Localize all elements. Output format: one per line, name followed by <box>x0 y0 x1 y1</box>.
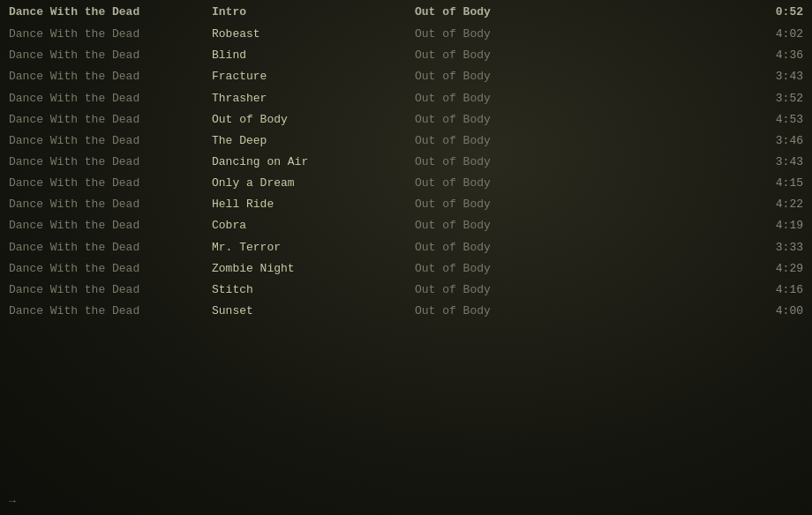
track-artist: Dance With the Dead <box>9 196 212 213</box>
track-title: Sunset <box>212 302 415 320</box>
track-duration: 4:29 <box>618 260 803 278</box>
track-title: Thrasher <box>212 90 415 108</box>
track-title: Cobra <box>212 217 415 235</box>
track-artist: Dance With the Dead <box>9 68 212 86</box>
track-list-header: Dance With the Dead Intro Out of Body 0:… <box>0 0 812 24</box>
table-row[interactable]: Dance With the DeadThe DeepOut of Body3:… <box>0 131 812 152</box>
track-list: Dance With the Dead Intro Out of Body 0:… <box>0 0 812 322</box>
table-row[interactable]: Dance With the DeadRobeastOut of Body4:0… <box>0 24 812 45</box>
track-album: Out of Body <box>415 111 618 129</box>
track-duration: 4:22 <box>618 196 803 213</box>
track-artist: Dance With the Dead <box>9 153 212 171</box>
table-row[interactable]: Dance With the DeadOnly a DreamOut of Bo… <box>0 173 812 194</box>
track-duration: 3:43 <box>618 68 803 86</box>
track-title: Fracture <box>212 68 415 86</box>
track-artist: Dance With the Dead <box>9 132 212 150</box>
track-album: Out of Body <box>415 68 618 86</box>
track-album: Out of Body <box>415 47 618 64</box>
track-duration: 4:16 <box>618 281 803 299</box>
table-row[interactable]: Dance With the DeadSunsetOut of Body4:00 <box>0 301 812 322</box>
table-row[interactable]: Dance With the DeadDancing on AirOut of … <box>0 152 812 173</box>
track-album: Out of Body <box>415 217 618 235</box>
table-row[interactable]: Dance With the DeadHell RideOut of Body4… <box>0 194 812 215</box>
track-duration: 3:52 <box>618 90 803 108</box>
track-duration: 4:02 <box>618 26 803 43</box>
track-duration: 4:00 <box>618 302 803 320</box>
track-artist: Dance With the Dead <box>9 302 212 320</box>
header-artist: Dance With the Dead <box>9 4 212 21</box>
table-row[interactable]: Dance With the DeadCobraOut of Body4:19 <box>0 215 812 236</box>
track-title: Blind <box>212 47 415 64</box>
track-album: Out of Body <box>415 26 618 43</box>
track-artist: Dance With the Dead <box>9 239 212 257</box>
track-album: Out of Body <box>415 260 618 278</box>
track-artist: Dance With the Dead <box>9 26 212 43</box>
table-row[interactable]: Dance With the DeadMr. TerrorOut of Body… <box>0 237 812 258</box>
track-title: Hell Ride <box>212 196 415 213</box>
track-album: Out of Body <box>415 132 618 150</box>
track-artist: Dance With the Dead <box>9 111 212 129</box>
track-title: Zombie Night <box>212 260 415 278</box>
track-artist: Dance With the Dead <box>9 217 212 235</box>
table-row[interactable]: Dance With the DeadStitchOut of Body4:16 <box>0 280 812 301</box>
track-duration: 4:36 <box>618 47 803 64</box>
track-album: Out of Body <box>415 302 618 320</box>
track-artist: Dance With the Dead <box>9 281 212 299</box>
track-duration: 3:33 <box>618 239 803 257</box>
bottom-arrow-indicator: → <box>9 495 16 508</box>
table-row[interactable]: Dance With the DeadThrasherOut of Body3:… <box>0 88 812 109</box>
track-duration: 3:43 <box>618 153 803 171</box>
track-duration: 4:15 <box>618 175 803 192</box>
track-artist: Dance With the Dead <box>9 47 212 64</box>
track-title: Mr. Terror <box>212 239 415 257</box>
table-row[interactable]: Dance With the DeadZombie NightOut of Bo… <box>0 258 812 280</box>
header-title: Intro <box>212 4 415 21</box>
table-row[interactable]: Dance With the DeadFractureOut of Body3:… <box>0 66 812 87</box>
track-album: Out of Body <box>415 239 618 257</box>
track-album: Out of Body <box>415 281 618 299</box>
header-album: Out of Body <box>415 4 618 21</box>
track-title: Dancing on Air <box>212 153 415 171</box>
track-artist: Dance With the Dead <box>9 175 212 192</box>
track-title: Stitch <box>212 281 415 299</box>
table-row[interactable]: Dance With the DeadOut of BodyOut of Bod… <box>0 109 812 131</box>
track-title: Out of Body <box>212 111 415 129</box>
track-title: The Deep <box>212 132 415 150</box>
track-duration: 3:46 <box>618 132 803 150</box>
table-row[interactable]: Dance With the DeadBlindOut of Body4:36 <box>0 45 812 66</box>
track-album: Out of Body <box>415 90 618 108</box>
header-duration: 0:52 <box>618 4 803 21</box>
track-duration: 4:53 <box>618 111 803 129</box>
track-album: Out of Body <box>415 196 618 213</box>
track-title: Robeast <box>212 26 415 43</box>
track-artist: Dance With the Dead <box>9 260 212 278</box>
track-album: Out of Body <box>415 153 618 171</box>
track-artist: Dance With the Dead <box>9 90 212 108</box>
track-album: Out of Body <box>415 175 618 192</box>
track-duration: 4:19 <box>618 217 803 235</box>
track-title: Only a Dream <box>212 175 415 192</box>
